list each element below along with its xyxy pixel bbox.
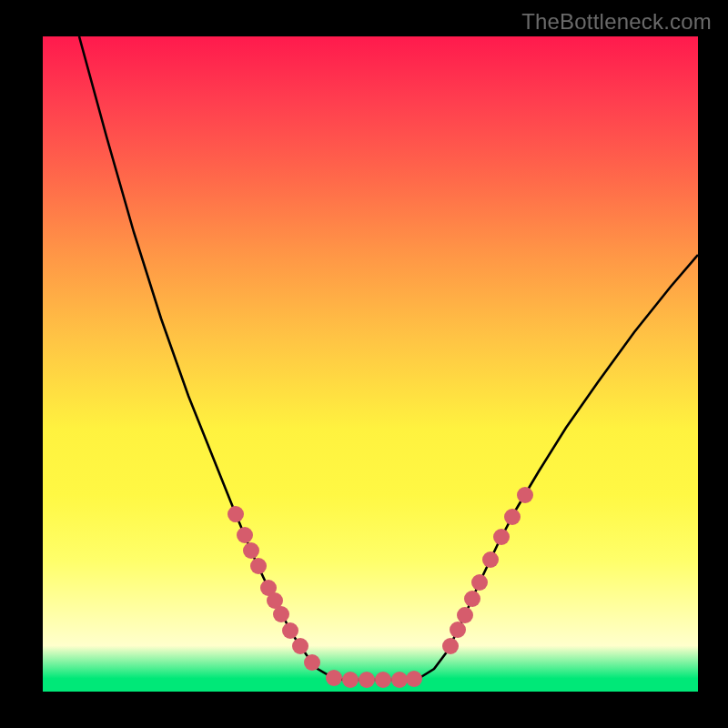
data-point — [228, 506, 244, 522]
data-point — [442, 638, 459, 654]
curve-left — [79, 36, 343, 680]
data-point — [273, 606, 289, 622]
data-point — [450, 622, 466, 638]
dots-group — [228, 487, 533, 688]
data-point — [359, 672, 375, 688]
data-point — [375, 672, 391, 688]
data-point — [326, 670, 342, 686]
data-point — [243, 542, 259, 559]
data-point — [457, 607, 473, 623]
plot-area — [43, 36, 698, 692]
watermark-text: TheBottleneck.com — [521, 9, 712, 35]
data-point — [237, 527, 253, 543]
data-point — [282, 622, 298, 639]
data-point — [482, 551, 499, 568]
data-point — [250, 558, 267, 574]
chart-container: TheBottleneck.com — [0, 0, 728, 728]
data-point — [493, 529, 510, 545]
data-point — [342, 672, 359, 688]
curve-svg — [43, 36, 698, 692]
data-point — [464, 591, 480, 607]
data-point — [292, 638, 308, 654]
data-point — [391, 672, 408, 688]
data-point — [517, 487, 533, 503]
data-point — [406, 671, 422, 687]
data-point — [304, 654, 320, 671]
data-point — [471, 574, 488, 591]
data-point — [504, 509, 521, 525]
